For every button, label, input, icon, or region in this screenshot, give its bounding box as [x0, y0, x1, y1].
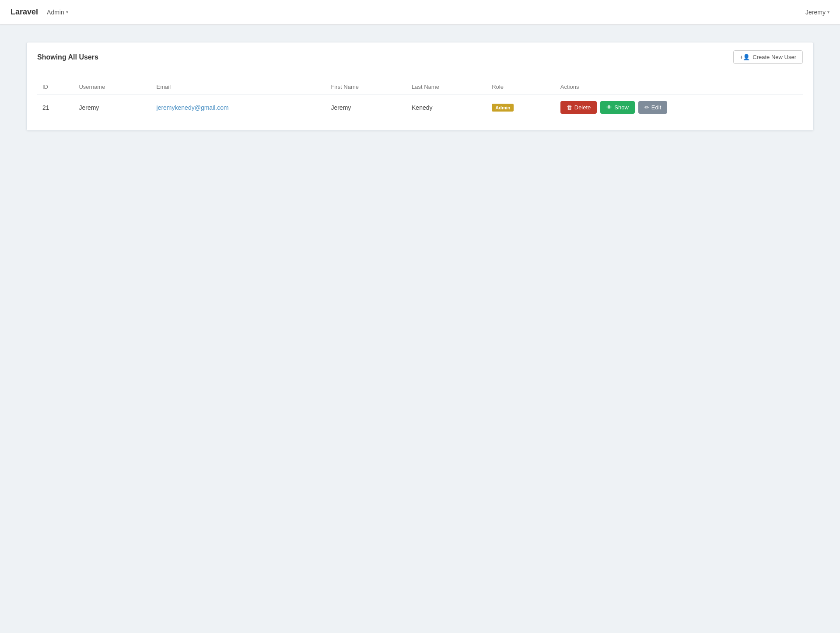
card-title: Showing All Users: [37, 53, 98, 61]
delete-label: Delete: [574, 104, 591, 111]
admin-dropdown-arrow: ▾: [66, 10, 68, 14]
card-header: Showing All Users +👤 Create New User: [27, 42, 813, 72]
actions-cell: 🗑 Delete 👁 Show ✏ Edit: [560, 101, 798, 114]
navbar-left: Laravel Admin ▾: [10, 7, 68, 17]
create-user-icon: +👤: [740, 54, 750, 60]
pencil-icon: ✏: [644, 104, 649, 111]
col-username: Username: [74, 79, 151, 95]
col-lastname: Last Name: [406, 79, 486, 95]
show-label: Show: [614, 104, 629, 111]
cell-lastname: Kenedy: [406, 95, 486, 120]
admin-label: Admin: [47, 9, 64, 16]
col-email: Email: [151, 79, 326, 95]
table-row: 21 Jeremy jeremykenedy@gmail.com Jeremy …: [37, 95, 803, 120]
admin-dropdown[interactable]: Admin ▾: [47, 9, 68, 16]
eye-icon: 👁: [606, 104, 612, 111]
edit-button[interactable]: ✏ Edit: [638, 101, 667, 114]
table-body: 21 Jeremy jeremykenedy@gmail.com Jeremy …: [37, 95, 803, 120]
cell-email: jeremykenedy@gmail.com: [151, 95, 326, 120]
table-header: ID Username Email First Name Last Name R…: [37, 79, 803, 95]
delete-button[interactable]: 🗑 Delete: [560, 101, 597, 114]
col-firstname: First Name: [326, 79, 406, 95]
header-row: ID Username Email First Name Last Name R…: [37, 79, 803, 95]
cell-id: 21: [37, 95, 74, 120]
edit-label: Edit: [651, 104, 661, 111]
user-dropdown-arrow: ▾: [827, 10, 830, 14]
table-wrapper: ID Username Email First Name Last Name R…: [27, 72, 813, 130]
user-dropdown[interactable]: Jeremy ▾: [805, 9, 830, 16]
create-button-label: Create New User: [752, 54, 796, 60]
email-link[interactable]: jeremykenedy@gmail.com: [157, 104, 229, 111]
cell-username: Jeremy: [74, 95, 151, 120]
trash-icon: 🗑: [567, 104, 572, 111]
cell-firstname: Jeremy: [326, 95, 406, 120]
show-button[interactable]: 👁 Show: [600, 101, 635, 114]
create-new-user-button[interactable]: +👤 Create New User: [733, 50, 803, 64]
col-id: ID: [37, 79, 74, 95]
user-label: Jeremy: [805, 9, 826, 16]
users-card: Showing All Users +👤 Create New User ID …: [26, 42, 814, 131]
col-actions: Actions: [555, 79, 803, 95]
navbar-brand[interactable]: Laravel: [10, 7, 38, 17]
col-role: Role: [486, 79, 555, 95]
role-badge: Admin: [492, 104, 514, 112]
cell-role: Admin: [486, 95, 555, 120]
navbar: Laravel Admin ▾ Jeremy ▾: [0, 0, 840, 24]
users-table: ID Username Email First Name Last Name R…: [37, 79, 803, 120]
cell-actions: 🗑 Delete 👁 Show ✏ Edit: [555, 95, 803, 120]
main-content: Showing All Users +👤 Create New User ID …: [0, 24, 840, 148]
